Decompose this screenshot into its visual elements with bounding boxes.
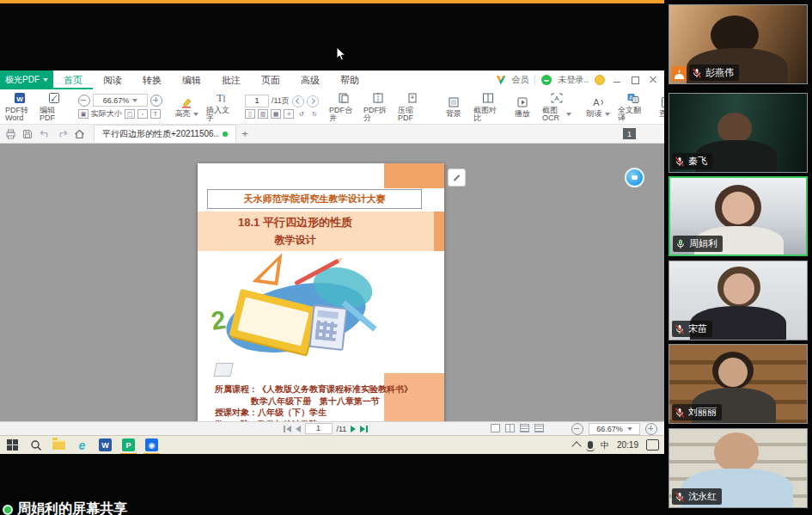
background-button[interactable]: 背景 (437, 95, 471, 118)
rotate-left-icon[interactable]: ↺ (296, 109, 307, 119)
text-mode-icon[interactable]: T (150, 109, 161, 119)
rotate-right-icon[interactable]: ↻ (309, 109, 320, 119)
cube-icon (213, 363, 233, 377)
pdf-split-button[interactable]: PDF拆分 (361, 92, 395, 122)
meeting-app-taskbar-button[interactable]: ◉ (144, 438, 159, 452)
prev-page-icon[interactable] (296, 426, 301, 432)
internet-explorer-button[interactable]: e (75, 438, 89, 452)
next-page-icon[interactable] (351, 426, 356, 432)
single-page-icon[interactable]: ▯ (245, 109, 255, 119)
document-tab[interactable]: 平行四边形的性质+20211506.. (94, 125, 236, 143)
last-page-icon[interactable] (360, 426, 368, 432)
taskbar-search-button[interactable] (28, 438, 43, 452)
quick-edit-button[interactable] (448, 169, 466, 187)
participant-tile[interactable]: 秦飞 (669, 93, 808, 173)
medal-icon[interactable] (595, 75, 605, 85)
account-label[interactable]: 未登录.. (558, 74, 589, 86)
zoom-level-select[interactable]: 66.67% (589, 423, 640, 435)
pdf-to-word-button[interactable]: W PDF转Word (3, 92, 37, 122)
fit-width-icon[interactable]: ▣ (78, 109, 89, 119)
course-info: 所属课程：《人教版义务教育课程标准实验教科书》 数学八年级下册 第十八章第一节 … (215, 383, 412, 421)
zoom-in-icon[interactable] (150, 95, 162, 107)
highlight-button[interactable]: 高亮 (169, 95, 204, 118)
first-page-icon[interactable] (284, 426, 291, 432)
app-brand-label: 极光PDF (5, 74, 40, 86)
share-banner-label: 周娟利的屏幕共享 (17, 500, 127, 515)
read-aloud-button[interactable]: A 朗读 (581, 95, 615, 118)
continuous-view-icon[interactable] (520, 424, 529, 432)
redo-icon[interactable] (56, 128, 68, 140)
participant-tile[interactable]: 沈永红 (669, 428, 808, 508)
insert-text-button[interactable]: T 插入文字 (204, 92, 238, 122)
tab-annotate[interactable]: 批注 (211, 71, 251, 89)
notification-icon[interactable] (646, 439, 659, 451)
play-button[interactable]: 播放 (505, 95, 540, 118)
statusbar-page-input[interactable]: 1 (305, 423, 333, 434)
participant-tile[interactable]: 宋苗 (669, 261, 808, 340)
single-page-view-icon[interactable] (491, 424, 500, 432)
account-avatar[interactable] (541, 75, 552, 85)
pdf-app-taskbar-button[interactable]: P (121, 438, 136, 452)
tab-home[interactable]: 首页 (53, 71, 93, 89)
undo-icon[interactable] (39, 128, 51, 140)
two-page-icon[interactable]: ▥ (258, 109, 268, 119)
participant-tile-speaking[interactable]: 周娟利 (669, 176, 808, 256)
page-number-input[interactable]: 1 (245, 95, 269, 107)
tray-mic-icon[interactable] (588, 441, 593, 449)
four-page-icon[interactable]: ▦ (271, 109, 281, 119)
member-link[interactable]: 会员 (511, 74, 528, 86)
translate-button[interactable]: A文 全文翻译 (615, 92, 650, 122)
pencil-icon (454, 175, 461, 181)
tab-read[interactable]: 阅读 (93, 71, 132, 89)
pdf-merge-button[interactable]: PDF合并 (327, 92, 361, 122)
prev-page-icon[interactable] (292, 95, 304, 107)
start-button[interactable] (5, 438, 20, 452)
participant-tile[interactable]: 刘丽丽 (669, 344, 808, 424)
continuous-scroll-icon[interactable]: ≡ (284, 109, 294, 119)
compress-pdf-button[interactable]: 压缩PDF (395, 92, 430, 122)
close-button[interactable] (647, 75, 659, 85)
zoom-level-select[interactable]: 66.67% (93, 94, 148, 107)
fit-visible-icon[interactable]: ▫ (137, 109, 148, 119)
tab-advanced[interactable]: 高级 (290, 71, 330, 89)
word-app-button[interactable]: W (98, 438, 113, 452)
tab-help[interactable]: 帮助 (330, 71, 369, 89)
fit-page-icon[interactable]: ▢ (125, 109, 135, 119)
next-page-icon[interactable] (307, 95, 319, 107)
compare-button[interactable]: 截图对比 (471, 92, 505, 122)
compress-icon (406, 92, 418, 105)
zoom-out-icon[interactable] (78, 95, 90, 107)
thumbnail-view-icon[interactable] (534, 424, 544, 432)
file-explorer-button[interactable] (52, 438, 66, 452)
word-doc-icon: W (14, 92, 26, 105)
document-viewport[interactable]: 天水师范学院研究生教学设计大赛 18.1 平行四边形的性质 教学设计 2 (0, 144, 664, 421)
zoom-in-icon[interactable] (645, 423, 657, 435)
page-nav-group: 1 /11页 ▯ ▥ ▦ ≡ ↺ ↻ (245, 95, 320, 119)
edit-pdf-button[interactable]: 编辑PDF (37, 92, 71, 122)
minimize-button[interactable] (611, 75, 623, 85)
tray-expand-icon[interactable] (571, 441, 581, 451)
pdf-page[interactable]: 天水师范学院研究生教学设计大赛 18.1 平行四边形的性质 教学设计 2 (198, 163, 444, 421)
participant-tile[interactable]: 彭燕伟 (669, 4, 808, 84)
home-icon[interactable] (73, 128, 85, 140)
app-menu-button[interactable]: 极光PDF (0, 71, 53, 89)
floating-assistant-button[interactable] (625, 168, 644, 187)
mic-muted-icon (675, 156, 685, 167)
info-line: 所属课程：《人教版义务教育课程标准实验教科书》 (215, 383, 412, 395)
tab-edit[interactable]: 编辑 (172, 71, 211, 89)
two-page-view-icon[interactable] (505, 424, 515, 432)
save-icon[interactable] (21, 128, 34, 140)
system-tray: 中 20:19 (573, 439, 659, 451)
restore-button[interactable] (629, 75, 641, 85)
new-tab-button[interactable]: + (241, 127, 248, 140)
actual-size-button[interactable]: 实际大小 (91, 108, 122, 120)
host-badge-icon (672, 66, 687, 81)
tab-page[interactable]: 页面 (251, 71, 290, 89)
ime-indicator[interactable]: 中 (601, 439, 609, 451)
zoom-out-icon[interactable] (571, 423, 583, 435)
ie-icon: e (79, 438, 86, 452)
tab-convert[interactable]: 转换 (132, 71, 172, 89)
clock[interactable]: 20:19 (617, 440, 638, 450)
screenshot-ocr-button[interactable]: A 截图OCR (540, 92, 574, 122)
print-icon[interactable] (4, 128, 16, 140)
